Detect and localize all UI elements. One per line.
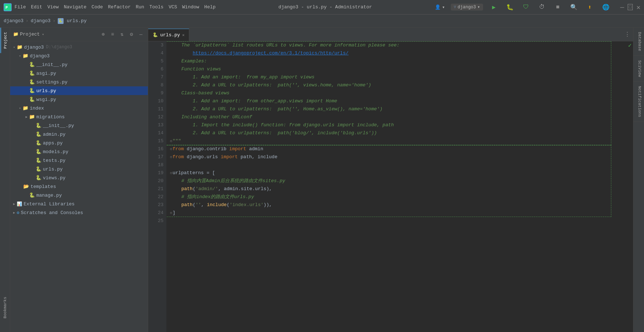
breadcrumb-django3-1[interactable]: django3 bbox=[4, 18, 24, 24]
window-title: django3 - urls.py - Administrator bbox=[279, 4, 372, 10]
tree-apps-py[interactable]: 🐍 apps.py bbox=[10, 139, 148, 147]
models-py-icon: 🐍 bbox=[36, 149, 41, 155]
menu-run[interactable]: Run bbox=[136, 4, 144, 10]
tree-django3-folder[interactable]: ▾ 📁 django3 bbox=[10, 52, 148, 60]
tests-py-icon: 🐍 bbox=[36, 157, 41, 163]
profiler-button[interactable]: ⏱ bbox=[537, 2, 547, 12]
code-content[interactable]: The `urlpatterns` list routes URLs to vi… bbox=[166, 41, 633, 332]
stop-button[interactable]: ■ bbox=[553, 2, 563, 12]
scratches-arrow: ▶ bbox=[12, 210, 17, 215]
project-panel-title: 📁 Project ▾ bbox=[13, 32, 97, 37]
database-tab[interactable]: Database bbox=[633, 28, 644, 56]
code-line-23: path('', include('index.urls')), bbox=[170, 201, 629, 209]
project-panel-header: 📁 Project ▾ ⊕ ≡ ⇅ ⚙ — bbox=[10, 28, 148, 41]
menu-vcs[interactable]: VCS bbox=[169, 4, 177, 10]
index-folder-arrow: ▾ bbox=[17, 106, 23, 111]
menu-tools[interactable]: Tools bbox=[149, 4, 163, 10]
menu-refactor[interactable]: Refactor bbox=[108, 4, 130, 10]
tests-py-label: tests.py bbox=[43, 158, 65, 163]
tree-root[interactable]: ▾ 📁 django3 D:\django3 bbox=[10, 43, 148, 52]
models-py-label: models.py bbox=[43, 149, 68, 155]
bookmarks-tab[interactable]: Bookmarks bbox=[1, 294, 9, 321]
debug-button[interactable]: 🐛 bbox=[505, 2, 515, 12]
menu-bar[interactable]: File Edit View Navigate Code Refactor Ru… bbox=[15, 4, 216, 10]
fold-icon-24[interactable]: ⊖ bbox=[170, 210, 172, 216]
tree-urls-py-selected[interactable]: 🐍 urls.py bbox=[10, 86, 148, 95]
menu-file[interactable]: File bbox=[15, 4, 26, 10]
git-branch-selector[interactable]: ⑂ django3 ▾ bbox=[451, 4, 483, 11]
tree-init-py[interactable]: 🐍 __init__.py bbox=[10, 60, 148, 69]
tree-index-init-py[interactable]: 🐍 __init__.py bbox=[10, 121, 148, 130]
index-folder-icon: 📁 bbox=[23, 105, 28, 111]
tree-templates-folder[interactable]: 📂 templates bbox=[10, 182, 148, 191]
code-line-5: Examples: bbox=[170, 57, 629, 65]
root-label: django3 bbox=[24, 45, 44, 50]
admin-py-icon: 🐍 bbox=[36, 131, 41, 137]
asgi-py-label: asgi.py bbox=[36, 71, 56, 76]
close-panel-button[interactable]: — bbox=[137, 30, 145, 38]
panel-dropdown-icon[interactable]: ▾ bbox=[42, 32, 44, 37]
menu-code[interactable]: Code bbox=[92, 4, 103, 10]
update-button[interactable]: ⬆ bbox=[585, 2, 595, 12]
coverage-button[interactable]: 🛡 bbox=[521, 2, 531, 12]
minimize-button[interactable]: — bbox=[620, 4, 624, 11]
tree-manage-py[interactable]: 🐍 manage.py bbox=[10, 191, 148, 200]
maximize-button[interactable]: □ bbox=[628, 4, 633, 10]
code-line-24: ⊖] bbox=[170, 209, 629, 217]
right-sidebar: Database SciView Notifications bbox=[633, 28, 644, 332]
manage-py-label: manage.py bbox=[36, 193, 62, 198]
index-init-py-label: __init__.py bbox=[43, 123, 74, 128]
main-layout: Project Bookmarks 📁 Project ▾ ⊕ ≡ ⇅ ⚙ — … bbox=[0, 28, 644, 332]
project-tab[interactable]: Project bbox=[0, 28, 10, 53]
apps-py-label: apps.py bbox=[43, 140, 63, 146]
fold-icon-17[interactable]: ⊖ bbox=[170, 155, 172, 160]
breadcrumb-file[interactable]: urls.py bbox=[67, 18, 87, 24]
line-numbers: 3 4 5 6 7 8 9 10 11 12 13 14 15 16 17 18 bbox=[148, 41, 166, 332]
sciview-tab[interactable]: SciView bbox=[633, 56, 644, 82]
notifications-tab[interactable]: Notifications bbox=[633, 82, 644, 122]
tab-overflow-button[interactable]: ⋮ bbox=[621, 31, 633, 38]
add-content-button[interactable]: ⊕ bbox=[99, 30, 107, 38]
run-button[interactable]: ▶ bbox=[489, 2, 499, 12]
tree-scratches[interactable]: ▶ ⚙ Scratches and Consoles bbox=[10, 208, 148, 217]
help-button[interactable]: 🌐 bbox=[601, 2, 611, 12]
tree-admin-py[interactable]: 🐍 admin.py bbox=[10, 130, 148, 139]
apps-py-icon: 🐍 bbox=[36, 140, 41, 146]
code-editor[interactable]: 3 4 5 6 7 8 9 10 11 12 13 14 15 16 17 18 bbox=[148, 41, 633, 332]
tab-urls-py[interactable]: 🐍 urls.py ✕ bbox=[148, 29, 189, 41]
code-line-8: 2. Add a URL to urlpatterns: path('', vi… bbox=[170, 81, 629, 89]
tree-tests-py[interactable]: 🐍 tests.py bbox=[10, 156, 148, 165]
tree-index-folder[interactable]: ▾ 📁 index bbox=[10, 104, 148, 112]
user-menu[interactable]: 👤 ▾ bbox=[435, 4, 445, 10]
views-py-label: views.py bbox=[43, 175, 65, 181]
collapse-all-button[interactable]: ≡ bbox=[109, 30, 117, 38]
menu-edit[interactable]: Edit bbox=[31, 4, 42, 10]
tree-models-py[interactable]: 🐍 models.py bbox=[10, 147, 148, 156]
editor-tab-bar: 🐍 urls.py ✕ ⋮ bbox=[148, 28, 633, 41]
menu-help[interactable]: Help bbox=[204, 4, 215, 10]
tree-index-urls-py[interactable]: 🐍 urls.py bbox=[10, 165, 148, 173]
index-init-py-icon: 🐍 bbox=[36, 123, 41, 128]
tab-close-button[interactable]: ✕ bbox=[182, 33, 185, 37]
menu-navigate[interactable]: Navigate bbox=[64, 4, 86, 10]
tree-wsgi-py[interactable]: 🐍 wsgi.py bbox=[10, 95, 148, 104]
close-button[interactable]: ✕ bbox=[636, 3, 640, 11]
tree-migrations-folder[interactable]: ▶ 📁 migrations bbox=[10, 112, 148, 121]
tree-external-libs[interactable]: ▶ 📊 External Libraries bbox=[10, 200, 148, 208]
settings-button[interactable]: ⚙ bbox=[127, 30, 135, 38]
app-logo: P bbox=[4, 3, 12, 11]
settings-py-icon: 🐍 bbox=[29, 79, 35, 85]
menu-view[interactable]: View bbox=[47, 4, 58, 10]
fold-icon-19[interactable]: ⊖ bbox=[170, 171, 172, 176]
tree-asgi-py[interactable]: 🐍 asgi.py bbox=[10, 69, 148, 78]
tree-settings-py[interactable]: 🐍 settings.py bbox=[10, 78, 148, 86]
tree-views-py[interactable]: 🐍 views.py bbox=[10, 173, 148, 182]
menu-window[interactable]: Window bbox=[182, 4, 199, 10]
locate-file-button[interactable]: ⇅ bbox=[118, 30, 126, 38]
search-button[interactable]: 🔍 bbox=[569, 2, 579, 12]
django3-folder-icon: 📁 bbox=[23, 53, 28, 59]
code-line-9: Class-based views bbox=[170, 89, 629, 97]
fold-icon-15[interactable]: ⊖ bbox=[170, 139, 172, 144]
fold-icon-16[interactable]: ⊖ bbox=[170, 147, 172, 152]
breadcrumb-django3-2[interactable]: django3 bbox=[31, 18, 50, 24]
